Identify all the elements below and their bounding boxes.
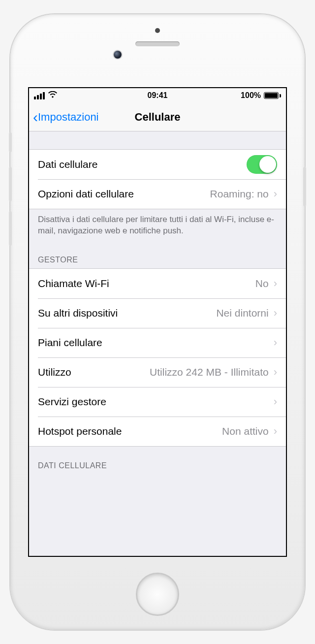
carrier-services-label: Servizi gestore: [38, 396, 106, 408]
status-bar: 09:41 100%: [29, 88, 286, 103]
content-scroll[interactable]: Dati cellulare Opzioni dati cellulare Ro…: [29, 131, 286, 556]
cellular-data-options-value: Roaming: no: [210, 188, 269, 200]
screen: 09:41 100% ‹ Impostazioni Cellulare: [28, 87, 287, 557]
chevron-right-icon: ›: [274, 366, 277, 379]
power-button: [303, 167, 306, 206]
front-camera: [114, 51, 122, 59]
status-time: 09:41: [148, 91, 168, 100]
battery-percentage: 100%: [241, 91, 261, 100]
cellular-data-group: Dati cellulare Opzioni dati cellulare Ro…: [29, 149, 286, 209]
speaker-grille: [135, 41, 180, 46]
usage-row[interactable]: Utilizzo Utilizzo 242 MB - Illimitato ›: [29, 357, 286, 387]
chevron-right-icon: ›: [274, 277, 277, 290]
volume-down-button: [9, 211, 12, 246]
side-button: [9, 132, 12, 152]
other-devices-label: Su altri dispositivi: [38, 307, 118, 319]
other-devices-row[interactable]: Su altri dispositivi Nei dintorni ›: [29, 298, 286, 328]
signal-icon: [34, 92, 45, 99]
carrier-group: Chiamate Wi-Fi No › Su altri dispositivi…: [29, 268, 286, 447]
phone-frame: 09:41 100% ‹ Impostazioni Cellulare: [10, 14, 305, 630]
sensor-dot: [155, 28, 160, 33]
home-button[interactable]: [136, 573, 179, 616]
cellular-plans-label: Piani cellulare: [38, 337, 102, 349]
usage-value: Utilizzo 242 MB - Illimitato: [150, 366, 269, 378]
cellular-data-options-row[interactable]: Opzioni dati cellulare Roaming: no ›: [29, 179, 286, 209]
battery-icon: [264, 92, 281, 99]
cellular-plans-row[interactable]: Piani cellulare ›: [29, 328, 286, 357]
personal-hotspot-value: Non attivo: [222, 425, 269, 437]
back-label: Impostazioni: [38, 111, 99, 124]
wifi-calling-value: No: [255, 278, 269, 290]
cellular-data-label: Dati cellulare: [38, 159, 97, 170]
nav-bar: ‹ Impostazioni Cellulare: [29, 103, 286, 131]
page-title: Cellulare: [135, 111, 181, 124]
personal-hotspot-label: Hotspot personale: [38, 425, 122, 437]
other-devices-value: Nei dintorni: [216, 307, 268, 319]
wifi-calling-row[interactable]: Chiamate Wi-Fi No ›: [29, 269, 286, 298]
carrier-services-row[interactable]: Servizi gestore ›: [29, 387, 286, 417]
carrier-section-header: GESTORE: [29, 247, 286, 268]
personal-hotspot-row[interactable]: Hotspot personale Non attivo ›: [29, 417, 286, 446]
chevron-right-icon: ›: [274, 188, 277, 200]
wifi-calling-label: Chiamate Wi-Fi: [38, 278, 109, 290]
back-button[interactable]: ‹ Impostazioni: [33, 110, 99, 125]
cellular-data-options-label: Opzioni dati cellulare: [38, 188, 134, 200]
volume-up-button: [9, 167, 12, 201]
chevron-right-icon: ›: [274, 336, 277, 349]
chevron-right-icon: ›: [274, 307, 277, 320]
cellular-data-footer: Disattiva i dati cellulare per limitare …: [29, 209, 286, 247]
cellular-data-toggle[interactable]: [247, 155, 277, 174]
chevron-left-icon: ‹: [33, 110, 38, 125]
chevron-right-icon: ›: [274, 425, 277, 438]
chevron-right-icon: ›: [274, 395, 277, 408]
wifi-icon: [48, 91, 58, 99]
cellular-data-section-header: DATI CELLULARE: [29, 447, 286, 474]
cellular-data-row[interactable]: Dati cellulare: [29, 150, 286, 179]
usage-label: Utilizzo: [38, 366, 71, 378]
